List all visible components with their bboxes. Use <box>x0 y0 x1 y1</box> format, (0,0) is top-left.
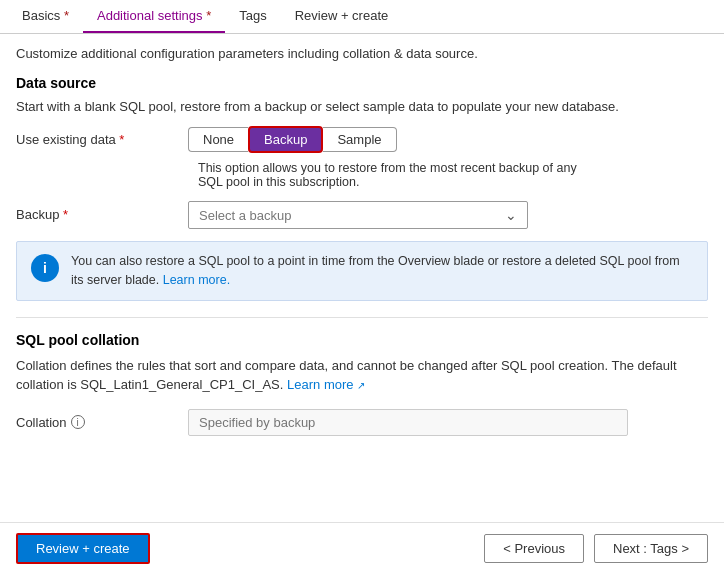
collation-description: Collation defines the rules that sort an… <box>16 356 708 395</box>
radio-group: None Backup Sample <box>188 126 578 153</box>
radio-sample[interactable]: Sample <box>323 127 396 152</box>
tab-review-create[interactable]: Review + create <box>281 0 403 33</box>
main-content: Customize additional configuration param… <box>0 34 724 448</box>
info-text: You can also restore a SQL pool to a poi… <box>71 252 693 290</box>
tab-basics[interactable]: Basics * <box>8 0 83 33</box>
page-description: Customize additional configuration param… <box>16 46 708 61</box>
tab-additional-settings[interactable]: Additional settings * <box>83 0 225 33</box>
info-box: i You can also restore a SQL pool to a p… <box>16 241 708 301</box>
radio-none[interactable]: None <box>188 127 248 152</box>
backup-select-row: Backup * Select a backup ⌄ <box>16 201 708 229</box>
backup-select-placeholder: Select a backup <box>199 208 292 223</box>
tab-tags[interactable]: Tags <box>225 0 280 33</box>
chevron-down-icon: ⌄ <box>505 207 517 223</box>
learn-more-link[interactable]: Learn more. <box>163 273 230 287</box>
info-icon: i <box>31 254 59 282</box>
tab-bar: Basics * Additional settings * Tags Revi… <box>0 0 724 34</box>
backup-option-info: This option allows you to restore from t… <box>198 157 578 189</box>
backup-dropdown[interactable]: Select a backup ⌄ <box>188 201 528 229</box>
section-divider <box>16 317 708 318</box>
collation-learn-more-link[interactable]: Learn more ↗ <box>287 377 365 392</box>
use-existing-options: None Backup Sample This option allows yo… <box>188 126 578 189</box>
previous-button[interactable]: < Previous <box>484 534 584 563</box>
sql-collation-title: SQL pool collation <box>16 332 708 348</box>
radio-backup[interactable]: Backup <box>248 126 323 153</box>
review-create-button[interactable]: Review + create <box>16 533 150 564</box>
use-existing-data-row: Use existing data * None Backup Sample T… <box>16 126 708 189</box>
next-button[interactable]: Next : Tags > <box>594 534 708 563</box>
backup-label: Backup * <box>16 201 176 222</box>
datasource-section-desc: Start with a blank SQL pool, restore fro… <box>16 99 708 114</box>
collation-row: Collation i <box>16 409 708 436</box>
footer: Review + create < Previous Next : Tags > <box>0 522 724 574</box>
collation-input[interactable] <box>188 409 628 436</box>
collation-label: Collation i <box>16 415 176 430</box>
datasource-section-title: Data source <box>16 75 708 91</box>
use-existing-label: Use existing data * <box>16 126 176 147</box>
collation-info-icon[interactable]: i <box>71 415 85 429</box>
